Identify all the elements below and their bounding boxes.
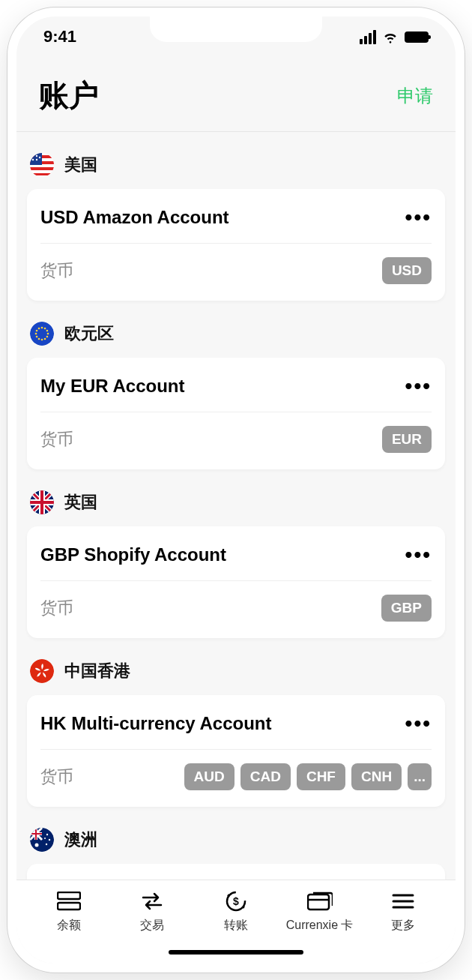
svg-point-29 [35,844,39,847]
svg-point-33 [44,838,46,839]
currency-badges: AUDCADCHFCNH... [184,763,432,790]
region-name: 中国香港 [64,660,130,682]
region-section: 中国香港HK Multi-currency Account•••货币AUDCAD… [27,659,445,807]
account-name: GBP Shopify Account [40,544,226,565]
account-card[interactable]: AUD Account••• [27,864,445,880]
currency-label: 货币 [40,597,73,619]
currency-badge: CHF [297,763,345,790]
currency-badge: GBP [381,595,432,622]
account-card[interactable]: GBP Shopify Account•••货币GBP [27,526,445,638]
account-card[interactable]: HK Multi-currency Account•••货币AUDCADCHFC… [27,695,445,807]
svg-point-15 [47,333,49,335]
region-section: 美国USD Amazon Account•••货币USD [27,153,445,301]
svg-point-8 [32,159,34,160]
svg-point-19 [38,338,40,340]
tab-transactions[interactable]: 交易 [115,891,190,934]
svg-point-20 [36,336,38,338]
cellular-icon [360,30,376,44]
svg-point-16 [46,336,49,338]
tab-transfer[interactable]: $ 转账 [199,891,273,934]
svg-point-12 [41,327,43,329]
status-indicators [360,28,429,45]
account-more-button[interactable]: ••• [405,712,432,736]
accounts-list[interactable]: 美国USD Amazon Account•••货币USD欧元区My EUR Ac… [16,132,456,880]
region-name: 美国 [64,154,97,176]
svg-point-9 [36,159,37,160]
card-icon [307,891,333,912]
phone-frame: 9:41 账户 申请 美国USD Amazon Account•••货币USD欧… [7,7,465,973]
currency-badges: USD [382,257,432,284]
currency-badge: EUR [382,426,432,453]
svg-rect-35 [58,903,80,910]
tab-label: Currenxie 卡 [286,918,354,934]
svg-text:$: $ [233,895,239,907]
account-name: My EUR Account [40,376,184,397]
flag-eu-icon [30,322,54,346]
currency-badge: USD [382,257,432,284]
page-header: 账户 申请 [16,57,456,132]
currency-label: 货币 [40,259,73,282]
currency-badge: AUD [184,763,235,790]
currency-overflow[interactable]: ... [408,763,432,790]
wifi-icon [382,28,399,45]
currency-badge: CAD [240,763,291,790]
svg-point-14 [46,330,49,332]
currency-badges: GBP [381,595,432,622]
svg-rect-34 [58,892,80,899]
currency-label: 货币 [40,428,73,451]
currency-badges: EUR [382,426,432,453]
currency-label: 货币 [40,766,73,788]
account-card[interactable]: USD Amazon Account•••货币USD [27,189,445,301]
flag-us-icon [30,153,54,177]
svg-point-26 [30,659,54,683]
svg-point-31 [49,839,50,841]
region-name: 澳洲 [64,829,97,851]
tab-card[interactable]: Currenxie 卡 [282,891,357,934]
svg-rect-38 [308,895,329,910]
svg-rect-5 [30,153,42,165]
region-section: 英国GBP Shopify Account•••货币GBP [27,490,445,638]
tab-label: 余额 [57,918,81,934]
svg-rect-3 [30,167,54,170]
tab-label: 转账 [224,918,248,934]
account-more-button[interactable]: ••• [405,205,432,229]
region-header: 美国 [27,153,445,189]
svg-point-21 [35,333,37,335]
svg-rect-4 [30,173,54,175]
svg-point-11 [30,322,54,346]
home-indicator[interactable] [169,950,303,955]
svg-point-7 [36,155,37,157]
tab-label: 更多 [391,918,415,934]
transfer-icon: $ [223,891,249,912]
account-name: HK Multi-currency Account [40,713,271,734]
svg-point-30 [46,834,48,835]
battery-icon [405,31,429,43]
tab-balance[interactable]: 余额 [31,891,106,934]
svg-point-10 [39,157,40,158]
region-section: 欧元区My EUR Account•••货币EUR [27,322,445,469]
region-name: 欧元区 [64,322,114,345]
tab-label: 交易 [140,918,164,934]
page-title: 账户 [39,75,99,116]
account-name: USD Amazon Account [40,207,229,228]
balance-icon [56,891,82,912]
svg-point-32 [46,844,47,845]
account-more-button[interactable]: ••• [405,543,432,567]
region-name: 英国 [64,491,97,514]
transactions-icon [139,891,165,912]
flag-au-icon [30,828,54,852]
account-more-button[interactable]: ••• [405,374,432,398]
currency-badge: CNH [351,763,402,790]
region-header: 澳洲 [27,828,445,864]
svg-point-23 [38,328,40,330]
tab-more[interactable]: 更多 [366,891,441,934]
svg-point-13 [44,328,46,330]
apply-button[interactable]: 申请 [397,84,433,108]
account-card[interactable]: My EUR Account•••货币EUR [27,358,445,469]
region-header: 英国 [27,490,445,526]
flag-uk-icon [30,490,54,514]
region-header: 欧元区 [27,322,445,358]
svg-point-22 [36,330,38,332]
svg-point-18 [41,339,43,341]
region-header: 中国香港 [27,659,445,695]
